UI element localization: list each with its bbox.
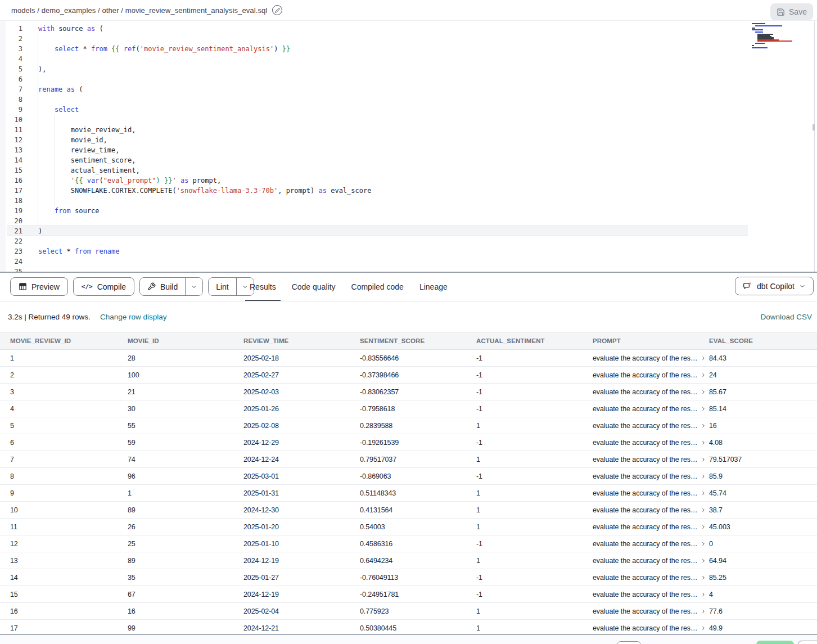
line-number: 20: [0, 216, 22, 226]
dbt-copilot-button[interactable]: dbt Copilot: [735, 277, 814, 295]
cell-movie_review_id: 6: [10, 434, 128, 451]
cell-movie_review_id: 2: [10, 367, 128, 383]
code-line[interactable]: [38, 54, 761, 64]
tab-results[interactable]: Results: [242, 273, 284, 301]
code-line[interactable]: '{{ var("eval_prompt") }}' as prompt,: [38, 175, 761, 186]
preview-button[interactable]: Preview: [10, 277, 68, 296]
compile-button[interactable]: </> Compile: [73, 277, 134, 296]
cell-movie_id: 100: [128, 367, 243, 383]
expand-prompt-icon[interactable]: [701, 355, 706, 361]
cell-movie_id: 96: [128, 468, 243, 484]
query-status-text: 3.2s | Returned 49 rows.: [8, 313, 91, 321]
code-line[interactable]: [38, 34, 761, 44]
save-button[interactable]: Save: [770, 3, 813, 20]
expand-prompt-icon[interactable]: [701, 372, 706, 378]
download-csv-link[interactable]: Download CSV: [760, 313, 812, 321]
code-line[interactable]: ),: [38, 64, 761, 74]
tab-compiled-code[interactable]: Compiled code: [344, 273, 412, 301]
code-line[interactable]: with source as (: [38, 24, 761, 34]
cell-actual_sentiment: 1: [476, 603, 593, 619]
line-number: 24: [0, 256, 22, 267]
expand-prompt-icon[interactable]: [701, 541, 706, 547]
copilot-label: dbt Copilot: [757, 282, 795, 291]
code-line[interactable]: select: [38, 105, 761, 115]
expand-prompt-icon[interactable]: [701, 592, 706, 597]
expand-prompt-icon[interactable]: [701, 406, 706, 412]
code-line[interactable]: [38, 216, 761, 226]
tab-lineage[interactable]: Lineage: [412, 273, 455, 301]
expand-prompt-icon[interactable]: [701, 457, 706, 462]
code-line[interactable]: sentiment_score,: [38, 155, 761, 165]
bottom-green-button[interactable]: [756, 641, 794, 644]
code-line[interactable]: review_time,: [38, 145, 761, 155]
line-number: 21: [0, 226, 22, 236]
cell-prompt: evaluate the accuracy of the res…: [593, 451, 709, 467]
minimap[interactable]: [751, 23, 800, 74]
expand-prompt-icon[interactable]: [701, 625, 706, 631]
code-line[interactable]: ): [38, 226, 761, 236]
cell-movie_id: 21: [128, 384, 243, 400]
results-table: MOVIE_REVIEW_ID MOVIE_ID REVIEW_TIME SEN…: [0, 332, 817, 634]
cell-sentiment_score: -0.83062357: [360, 384, 476, 400]
cell-review_time: 2024-12-30: [243, 502, 360, 518]
expand-prompt-icon[interactable]: [701, 474, 706, 479]
cell-actual_sentiment: 1: [476, 519, 593, 535]
cell-movie_id: 74: [128, 451, 243, 467]
cell-sentiment_score: -0.24951781: [360, 586, 476, 602]
code-line[interactable]: [38, 236, 761, 246]
build-button[interactable]: Build: [140, 278, 185, 295]
table-row: 14352025-01-27-0.76049113-1evaluate the …: [0, 569, 817, 586]
code-line[interactable]: [38, 115, 761, 125]
cell-movie_id: 26: [128, 519, 243, 535]
code-line[interactable]: [38, 267, 761, 272]
lint-button[interactable]: Lint: [209, 278, 236, 295]
code-line[interactable]: actual_sentiment,: [38, 165, 761, 175]
expand-prompt-icon[interactable]: [701, 490, 706, 496]
expand-prompt-icon[interactable]: [701, 575, 706, 580]
code-line[interactable]: [38, 74, 761, 84]
code-content[interactable]: with source as ( select * from {{ ref('m…: [38, 24, 761, 272]
line-number: 8: [0, 94, 22, 105]
code-line[interactable]: SNOWFLAKE.CORTEX.COMPLETE('snowflake-lla…: [38, 186, 761, 196]
breadcrumb[interactable]: models / demo_examples / other / movie_r…: [11, 6, 267, 15]
cell-sentiment_score: 0.50380445: [360, 620, 476, 634]
cell-movie_review_id: 12: [10, 535, 128, 552]
cell-movie_review_id: 17: [10, 620, 128, 634]
code-line[interactable]: [38, 196, 761, 206]
cell-actual_sentiment: 1: [476, 451, 593, 467]
table-row: 16162025-02-040.7759231evaluate the accu…: [0, 603, 817, 620]
cell-eval_score: 84.43: [709, 350, 817, 366]
editor-scrollbar[interactable]: [813, 124, 815, 130]
cell-eval_score: 45.74: [709, 485, 817, 501]
code-editor[interactable]: 1234567891011121314151617181920212223242…: [0, 21, 817, 272]
build-dropdown-button[interactable]: [185, 278, 202, 295]
code-line[interactable]: movie_id,: [38, 135, 761, 145]
expand-prompt-icon[interactable]: [701, 507, 706, 513]
change-row-display-link[interactable]: Change row display: [100, 313, 167, 321]
cell-movie_review_id: 16: [10, 603, 128, 619]
expand-prompt-icon[interactable]: [701, 524, 706, 530]
edit-circle-icon[interactable]: [272, 5, 282, 15]
bottom-partial-button[interactable]: [798, 641, 817, 644]
cell-prompt: evaluate the accuracy of the res…: [593, 485, 709, 501]
bottom-partial-button[interactable]: [617, 641, 641, 644]
cell-prompt: evaluate the accuracy of the res…: [593, 367, 709, 383]
code-line[interactable]: [38, 94, 761, 105]
table-row: 7742024-12-240.795170371evaluate the acc…: [0, 451, 817, 468]
save-icon: [777, 8, 785, 16]
code-line[interactable]: select * from rename: [38, 246, 761, 256]
column-header-prompt: PROMPT: [593, 332, 709, 349]
tab-code-quality[interactable]: Code quality: [284, 273, 344, 301]
expand-prompt-icon[interactable]: [701, 440, 706, 445]
expand-prompt-icon[interactable]: [701, 609, 706, 614]
cell-prompt: evaluate the accuracy of the res…: [593, 569, 709, 586]
cell-sentiment_score: -0.83556646: [360, 350, 476, 366]
code-line[interactable]: movie_review_id,: [38, 125, 761, 135]
expand-prompt-icon[interactable]: [701, 389, 706, 395]
expand-prompt-icon[interactable]: [701, 423, 706, 429]
code-line[interactable]: [38, 256, 761, 267]
code-line[interactable]: rename as (: [38, 84, 761, 94]
code-line[interactable]: from source: [38, 206, 761, 216]
expand-prompt-icon[interactable]: [701, 558, 706, 564]
code-line[interactable]: select * from {{ ref('movie_review_senti…: [38, 44, 761, 54]
